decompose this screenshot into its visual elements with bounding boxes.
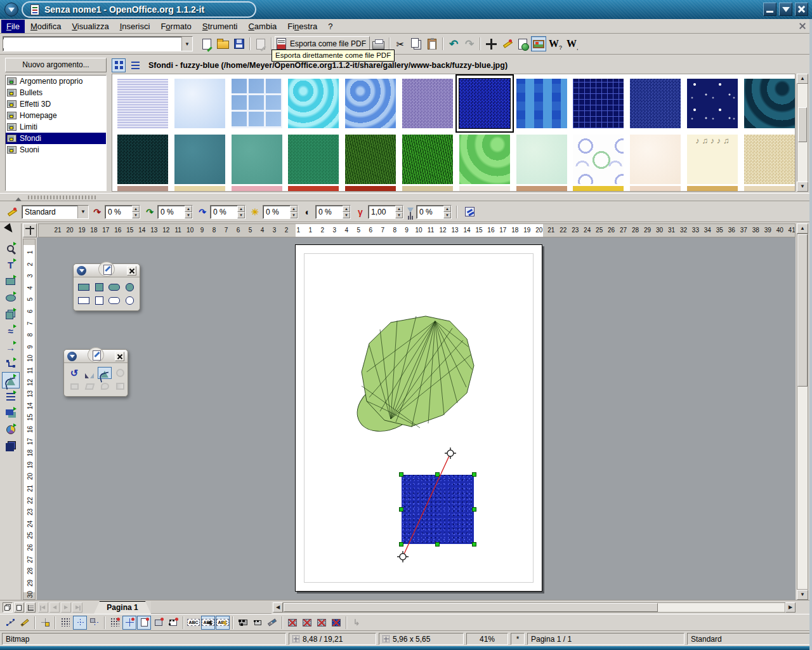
page[interactable] — [295, 244, 542, 592]
square-filled-button[interactable] — [92, 281, 106, 293]
menu-file[interactable]: File — [1, 20, 25, 33]
gallery-tile[interactable] — [232, 78, 282, 129]
gallery-tile[interactable] — [744, 134, 795, 185]
snap-border-button[interactable] — [152, 616, 166, 630]
menu-strumenti[interactable]: Strumenti — [197, 20, 243, 33]
gallery-tile[interactable] — [744, 78, 795, 129]
gallery-tile-partial[interactable] — [744, 186, 795, 191]
gallery-tile[interactable] — [402, 134, 453, 185]
snap-margins-button[interactable] — [137, 616, 151, 630]
transparency-spinner-arrows[interactable]: ▲▼ — [443, 206, 451, 218]
handle-mid-left[interactable] — [399, 507, 403, 512]
gallery-tile-partial[interactable] — [288, 186, 339, 191]
graphics-mode-combobox[interactable]: Standard ▼ — [22, 205, 89, 219]
url-combobox[interactable]: ▼ — [3, 36, 193, 51]
placeholder-text-button[interactable] — [315, 616, 329, 630]
green-level-spinner-field[interactable]: 0 %▲▼ — [157, 205, 193, 219]
menubar-close-icon[interactable] — [798, 22, 807, 30]
gamma-spinner-arrows[interactable]: ▲▼ — [395, 206, 403, 218]
effects-toolbar-titlebar[interactable] — [64, 350, 128, 363]
new-document-button[interactable] — [199, 36, 214, 51]
guides-front-button[interactable] — [88, 616, 102, 630]
gallery-tile[interactable] — [345, 134, 396, 185]
edit-icon[interactable] — [88, 347, 104, 362]
menu-formato[interactable]: Formato — [155, 20, 196, 33]
gamma-spinner-field[interactable]: 1,00▲▼ — [368, 205, 403, 219]
gallery-theme-homepage[interactable]: Homepage — [6, 110, 106, 121]
gallery-tile[interactable] — [573, 78, 624, 129]
gallery-theme-argomento-proprio[interactable]: Argomento proprio — [6, 76, 106, 87]
curve-tool[interactable]: ≈ — [2, 322, 20, 339]
handle-top-left[interactable] — [399, 472, 403, 477]
gallery-tile-partial[interactable] — [117, 186, 168, 191]
gallery-tile[interactable] — [174, 134, 225, 185]
splitter-collapse-icon[interactable] — [15, 194, 22, 201]
gallery-scroll-thumb[interactable] — [798, 107, 807, 142]
gallery-list-view-button[interactable] — [128, 58, 142, 72]
edit-icon[interactable] — [98, 262, 115, 277]
handle-mid-right[interactable] — [472, 507, 476, 512]
window-menu-button[interactable] — [4, 3, 18, 17]
url-combo-arrow-icon[interactable]: ▼ — [181, 37, 192, 51]
open-button[interactable] — [215, 36, 231, 51]
gallery-scroll-up-icon[interactable]: ▲ — [797, 74, 808, 84]
connector-tool[interactable] — [2, 355, 20, 372]
gallery-tile-partial[interactable] — [345, 186, 396, 191]
handle-bottom-center[interactable] — [435, 542, 440, 547]
gallery-tile[interactable] — [117, 134, 168, 185]
placeholder-picture-button[interactable] — [285, 616, 299, 630]
page-mode-button[interactable] — [3, 602, 13, 613]
vertical-ruler[interactable]: 1234567891011121314151617181920212223242… — [23, 239, 36, 600]
copy-button[interactable] — [409, 36, 424, 51]
autopilot-button[interactable] — [499, 36, 514, 51]
filter-button[interactable] — [4, 204, 19, 220]
splitter-grip[interactable] — [28, 196, 98, 199]
flip-button[interactable] — [82, 367, 96, 379]
alignment-tool[interactable] — [2, 388, 20, 405]
gallery-grid-view-button[interactable] — [112, 58, 126, 72]
gallery-scrollbar[interactable]: ▲ ▼ — [797, 74, 808, 192]
maximize-button[interactable] — [779, 3, 792, 16]
edit-points-button[interactable] — [3, 616, 17, 630]
gallery-tile[interactable] — [630, 134, 681, 185]
rotate-3d-button[interactable] — [98, 367, 112, 379]
blue-level-spinner-arrows[interactable]: ▲▼ — [237, 206, 245, 218]
gallery-tile-partial[interactable] — [174, 186, 225, 191]
gallery-theme-sfondi[interactable]: Sfondi — [6, 133, 106, 144]
scroll-up-icon[interactable]: ▲ — [797, 223, 808, 234]
snap-grid-button[interactable] — [108, 616, 122, 630]
ruler-origin-button[interactable] — [23, 223, 37, 237]
gallery-tile[interactable]: ♪ ♫ ♪ ♪ ♫ — [687, 134, 738, 185]
menu-finestra[interactable]: Finestra — [282, 20, 322, 33]
green-level-spinner-arrows[interactable]: ▲▼ — [185, 206, 192, 218]
handle-top-center[interactable] — [435, 472, 440, 477]
new-theme-button[interactable]: Nuovo argomento... — [5, 58, 107, 72]
insert-tool[interactable] — [2, 421, 20, 438]
transparency-spinner-field[interactable]: 0 %▲▼ — [416, 205, 452, 219]
gallery-tile-partial[interactable] — [402, 186, 453, 191]
rectangle-filled-button[interactable] — [77, 281, 91, 293]
placeholder-contour-button[interactable] — [300, 616, 314, 630]
line-arrow-tool[interactable]: → — [2, 339, 20, 355]
gallery-tile[interactable] — [687, 78, 738, 129]
scroll-left-icon[interactable]: ◀ — [273, 602, 283, 613]
handle-bottom-right[interactable] — [472, 542, 476, 547]
gallery-tile[interactable] — [402, 78, 453, 129]
show-grid-button[interactable] — [58, 616, 72, 630]
menu-[interactable]: ? — [323, 20, 337, 33]
handles-plain-button[interactable] — [236, 616, 250, 630]
rectangles-toolbar-titlebar[interactable] — [74, 264, 140, 277]
paste-button[interactable] — [424, 36, 440, 51]
rectangle-tool[interactable] — [2, 273, 20, 289]
helplines-while-moving-button[interactable] — [38, 616, 52, 630]
square-button[interactable] — [92, 295, 106, 307]
gallery-tile[interactable] — [516, 134, 567, 185]
gallery-tile[interactable] — [630, 78, 681, 129]
gallery-tile-partial[interactable] — [630, 186, 681, 191]
rotate-button[interactable]: ↺ — [67, 367, 81, 379]
close-icon[interactable] — [127, 266, 136, 275]
select-textarea-button[interactable]: ABC — [201, 616, 215, 630]
red-level-spinner-field[interactable]: 0 %▲▼ — [105, 205, 140, 219]
gallery-theme-bullets[interactable]: Bullets — [6, 87, 106, 98]
rounded-square-filled-button[interactable] — [122, 281, 136, 293]
